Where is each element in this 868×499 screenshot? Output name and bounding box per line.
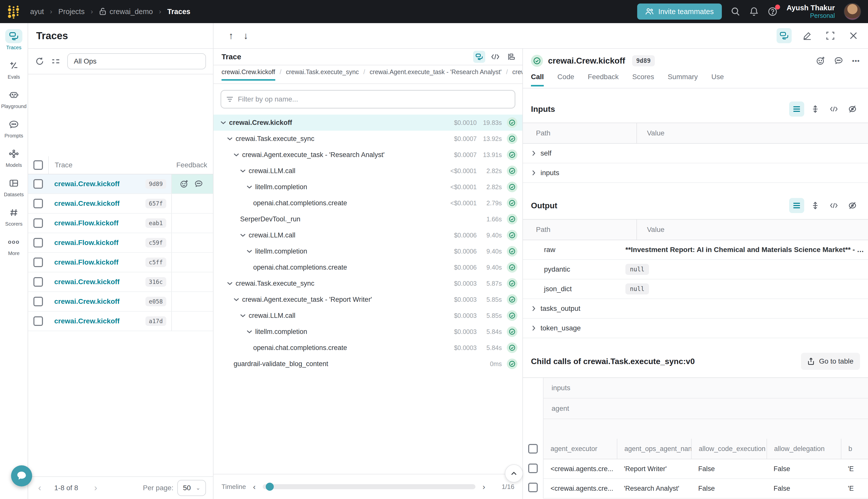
table-row[interactable]: crewai.Crew.kickoff 9d89 bbox=[28, 174, 213, 194]
chevron-down-icon[interactable] bbox=[247, 250, 252, 253]
code-view-icon[interactable] bbox=[826, 101, 841, 117]
table-row[interactable]: crewai.Crew.kickoff e058 bbox=[28, 292, 213, 312]
chevron-down-icon[interactable] bbox=[234, 153, 239, 157]
avatar[interactable] bbox=[844, 3, 861, 20]
span-row[interactable]: crewai.Agent.execute_task - 'Report Writ… bbox=[213, 291, 522, 307]
sidebar-item-evals[interactable]: Evals bbox=[0, 59, 28, 80]
add-reaction-icon[interactable] bbox=[816, 56, 825, 65]
output-row-tasks-output[interactable]: tasks_output bbox=[523, 299, 868, 319]
edit-pencil-icon[interactable] bbox=[800, 28, 815, 43]
notifications-bell-icon[interactable] bbox=[749, 7, 758, 16]
list-view-icon[interactable] bbox=[789, 198, 804, 213]
invite-teammates-button[interactable]: Invite teammates bbox=[637, 3, 722, 20]
trace-link[interactable]: crewai.Crew.kickoff bbox=[48, 278, 120, 286]
trace-link[interactable]: crewai.Crew.kickoff bbox=[48, 180, 120, 188]
chevron-down-icon[interactable] bbox=[227, 137, 233, 141]
span-row[interactable]: crewai.Crew.kickoff $0.0010 19.83s bbox=[213, 114, 522, 131]
table-row[interactable]: crewai.Crew.kickoff a17d bbox=[28, 312, 213, 331]
span-row[interactable]: crewai.LLM.call $0.0006 9.40s bbox=[213, 227, 522, 243]
trace-tab[interactable]: crewai.Crew.kickoff bbox=[222, 68, 275, 81]
trace-tab[interactable]: crewai.LLM.cal bbox=[512, 68, 522, 79]
chat-support-button[interactable] bbox=[11, 465, 32, 486]
expand-rows-icon[interactable] bbox=[808, 101, 823, 117]
chevron-down-icon[interactable] bbox=[227, 282, 233, 285]
trace-link[interactable]: crewai.Crew.kickoff bbox=[48, 297, 120, 305]
sidebar-item-prompts[interactable]: Prompts bbox=[0, 117, 28, 139]
chevron-right-icon[interactable] bbox=[532, 170, 535, 175]
column-header[interactable]: b bbox=[841, 439, 868, 459]
hide-values-icon[interactable] bbox=[845, 101, 860, 117]
column-header[interactable]: agent_executor bbox=[544, 439, 617, 459]
tab-call[interactable]: Call bbox=[531, 73, 544, 86]
raw-output-value[interactable]: **Investment Report: AI in Chemical and … bbox=[625, 246, 868, 254]
table-row[interactable]: <crewai.agents.cre... 'Report Writer' Fa… bbox=[544, 459, 868, 479]
table-row[interactable]: crewai.Flow.kickoff c59f bbox=[28, 233, 213, 253]
output-row-json-dict[interactable]: json_dict null bbox=[523, 279, 868, 299]
timeline-prev-icon[interactable]: ‹ bbox=[246, 482, 263, 491]
next-call-icon[interactable]: ↓ bbox=[243, 31, 248, 41]
span-row[interactable]: litellm.completion $0.0006 9.40s bbox=[213, 243, 522, 259]
table-row[interactable]: crewai.Flow.kickoff c5ff bbox=[28, 253, 213, 272]
comment-icon[interactable] bbox=[834, 57, 843, 65]
chevron-down-icon[interactable] bbox=[247, 330, 252, 333]
group-header-agent[interactable]: agent bbox=[544, 399, 868, 419]
flame-graph-icon[interactable] bbox=[505, 51, 517, 63]
row-checkbox[interactable] bbox=[34, 277, 43, 287]
trace-tab[interactable]: crewai.Agent.execute_task - 'Research An… bbox=[370, 68, 501, 79]
row-checkbox[interactable] bbox=[34, 238, 43, 247]
sidebar-item-more[interactable]: ooo More bbox=[0, 235, 28, 256]
span-row[interactable]: guardrail-validate_blog_content 0ms bbox=[213, 356, 522, 372]
more-menu-icon[interactable]: ••• bbox=[852, 57, 860, 64]
expand-rows-icon[interactable] bbox=[808, 198, 823, 213]
chevron-down-icon[interactable] bbox=[240, 233, 246, 237]
help-icon[interactable] bbox=[768, 7, 778, 16]
row-checkbox[interactable] bbox=[528, 464, 538, 473]
breadcrumb-project[interactable]: crewai_demo bbox=[99, 8, 153, 16]
table-row[interactable]: crewai.Flow.kickoff eab1 bbox=[28, 214, 213, 233]
span-row[interactable]: crewai.LLM.call <$0.0001 2.82s bbox=[213, 163, 522, 179]
breadcrumb-org[interactable]: ayut bbox=[30, 8, 44, 16]
code-view-icon[interactable] bbox=[826, 198, 841, 213]
sidebar-item-traces[interactable]: Traces bbox=[0, 29, 28, 50]
tab-code[interactable]: Code bbox=[557, 73, 574, 85]
span-row[interactable]: crewai.Task.execute_sync $0.0003 5.87s bbox=[213, 276, 522, 291]
sidebar-item-models[interactable]: Models bbox=[0, 147, 28, 168]
prev-page-icon[interactable]: ‹ bbox=[35, 483, 44, 493]
sidebar-item-datasets[interactable]: Datasets bbox=[0, 176, 28, 197]
span-row[interactable]: openai.chat.completions.create $0.0003 5… bbox=[213, 340, 522, 356]
span-row[interactable]: litellm.completion $0.0003 5.84s bbox=[213, 324, 522, 340]
timeline-next-icon[interactable]: › bbox=[475, 482, 492, 491]
row-checkbox[interactable] bbox=[34, 297, 43, 306]
chevron-right-icon[interactable] bbox=[532, 325, 535, 331]
ops-filter-select[interactable]: All Ops bbox=[67, 53, 206, 69]
hide-values-icon[interactable] bbox=[845, 198, 860, 213]
breadcrumb-projects[interactable]: Projects bbox=[58, 8, 85, 16]
select-all-checkbox[interactable] bbox=[528, 444, 538, 453]
chevron-down-icon[interactable] bbox=[234, 298, 239, 301]
span-row[interactable]: openai.chat.completions.create $0.0006 9… bbox=[213, 259, 522, 276]
trace-column-header[interactable]: Trace bbox=[48, 156, 171, 174]
row-checkbox[interactable] bbox=[528, 483, 538, 492]
span-row[interactable]: litellm.completion <$0.0001 2.82s bbox=[213, 179, 522, 195]
tab-scores[interactable]: Scores bbox=[632, 73, 654, 85]
table-row[interactable]: crewai.Crew.kickoff 657f bbox=[28, 194, 213, 214]
output-row-token-usage[interactable]: token_usage bbox=[523, 319, 868, 338]
sidebar-item-playground[interactable]: Playground bbox=[0, 88, 28, 109]
close-icon[interactable] bbox=[846, 28, 861, 43]
table-row[interactable]: crewai.Crew.kickoff 316c bbox=[28, 272, 213, 292]
column-header[interactable]: allow_code_execution bbox=[691, 439, 767, 459]
row-checkbox[interactable] bbox=[34, 218, 43, 228]
column-header[interactable]: agent_ops_agent_nan bbox=[617, 439, 691, 459]
span-row[interactable]: SerperDevTool._run 1.66s bbox=[213, 211, 522, 227]
span-row[interactable]: crewai.Agent.execute_task - 'Research An… bbox=[213, 147, 522, 163]
column-settings-icon[interactable] bbox=[51, 58, 60, 65]
chevron-right-icon[interactable] bbox=[532, 306, 535, 311]
fullscreen-icon[interactable] bbox=[823, 28, 838, 43]
tab-summary[interactable]: Summary bbox=[668, 73, 698, 85]
per-page-select[interactable]: 50 ⌄ bbox=[177, 480, 206, 496]
input-row-inputs[interactable]: inputs bbox=[523, 163, 868, 183]
search-icon[interactable] bbox=[731, 7, 741, 16]
chevron-down-icon[interactable] bbox=[247, 185, 252, 189]
chevron-down-icon[interactable] bbox=[240, 169, 246, 173]
group-header-inputs[interactable]: inputs bbox=[544, 378, 868, 399]
